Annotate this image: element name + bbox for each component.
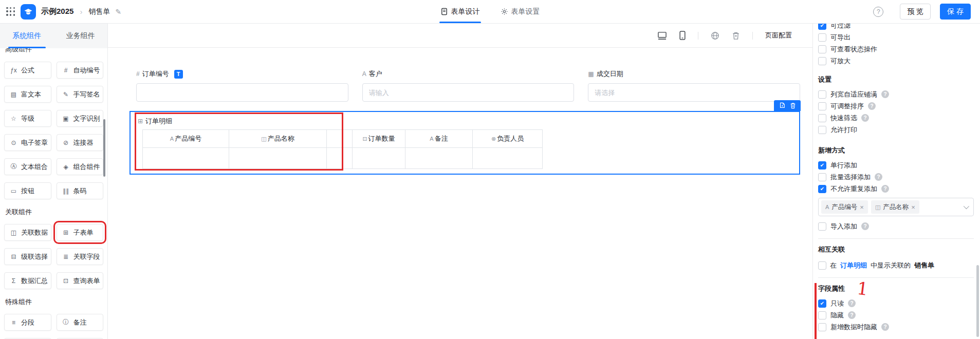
- checkbox-可放大[interactable]: [818, 57, 826, 65]
- help-icon[interactable]: ?: [881, 185, 889, 193]
- help-icon[interactable]: ?: [848, 311, 856, 319]
- component-button-按钮[interactable]: ▭按钮: [4, 182, 51, 199]
- component-button-手写签名[interactable]: ✎手写签名: [57, 86, 104, 103]
- chevron-down-icon[interactable]: [964, 203, 969, 209]
- checkbox-隐藏[interactable]: [818, 311, 826, 319]
- checkbox-可查看状态操作[interactable]: [818, 45, 826, 53]
- checkbox-新增数据时隐藏[interactable]: [818, 323, 826, 331]
- form-field-订单编号[interactable]: #订单编号T: [136, 69, 348, 102]
- subform-column-产品编号[interactable]: A产品编号: [143, 130, 229, 148]
- subform-column-备注[interactable]: A备注: [405, 130, 473, 148]
- component-button-查询表单[interactable]: ⊡查询表单: [57, 272, 104, 289]
- checkbox-可调整排序[interactable]: [818, 102, 826, 110]
- help-icon[interactable]: ?: [861, 222, 869, 230]
- desktop-view-icon[interactable]: [657, 31, 667, 40]
- tab-form-settings[interactable]: 表单设置: [501, 0, 540, 23]
- component-sidebar: 系统组件 业务组件 高级组件ƒx公式#自动编号▤富文本✎手写签名☆等级▣文字识别…: [0, 24, 108, 339]
- help-icon[interactable]: ?: [881, 90, 889, 98]
- component-button-连接器[interactable]: ⊘连接器: [57, 134, 104, 151]
- component-icon: ◫: [10, 229, 17, 236]
- help-icon[interactable]: ?: [873, 7, 883, 17]
- checkbox-可导出[interactable]: [818, 33, 826, 42]
- remove-tag-icon[interactable]: ×: [860, 203, 864, 211]
- component-icon: ⓘ: [62, 318, 70, 327]
- component-button-组合组件[interactable]: ◈组合组件: [57, 158, 104, 175]
- page-config-button[interactable]: 页面配置: [765, 31, 792, 40]
- trash-icon[interactable]: [732, 31, 740, 40]
- field-input[interactable]: [588, 83, 800, 102]
- help-icon[interactable]: ?: [868, 102, 876, 110]
- component-button-子表单[interactable]: ⊞子表单: [57, 224, 104, 241]
- component-button-富文本[interactable]: ▤富文本: [4, 86, 51, 103]
- subform-column-产品名称[interactable]: ◫产品名称: [229, 130, 327, 148]
- mobile-view-icon[interactable]: [679, 31, 686, 40]
- remove-tag-icon[interactable]: ×: [911, 203, 915, 211]
- help-icon[interactable]: ?: [848, 299, 856, 307]
- app-grid-icon[interactable]: [6, 7, 15, 16]
- form-field-成交日期[interactable]: ▦成交日期: [588, 69, 800, 102]
- component-button-文字识别[interactable]: ▣文字识别: [57, 110, 104, 127]
- component-button-备注[interactable]: ⓘ备注: [57, 314, 104, 331]
- component-button-电子签章[interactable]: ⊙电子签章: [4, 134, 51, 151]
- checkbox-不允许重复添加[interactable]: ✔: [818, 185, 826, 193]
- checkbox-允许打印[interactable]: [818, 126, 826, 134]
- delete-icon[interactable]: [790, 102, 796, 109]
- subform-cell[interactable]: [229, 148, 327, 169]
- app-logo[interactable]: [21, 4, 36, 20]
- checkbox-快速筛选[interactable]: [818, 114, 826, 122]
- subform-column-负责人员[interactable]: ⊗负责人员: [473, 130, 543, 148]
- component-button-文本组合[interactable]: Ⓐ文本组合: [4, 158, 51, 175]
- tab-business-components[interactable]: 业务组件: [54, 24, 108, 48]
- component-button-数据汇总[interactable]: Σ数据汇总: [4, 272, 51, 289]
- component-button-关联数据[interactable]: ◫关联数据: [4, 224, 51, 241]
- save-button[interactable]: 保 存: [940, 4, 971, 20]
- duplicate-icon[interactable]: [779, 102, 785, 109]
- field-input[interactable]: [362, 83, 575, 102]
- subform-cell[interactable]: [353, 148, 405, 169]
- panel-divider: [818, 238, 974, 239]
- checkbox-relation[interactable]: [818, 261, 826, 270]
- selected-field-tag-产品编号[interactable]: A产品编号×: [821, 200, 868, 214]
- subform-component-selected[interactable]: ⊞ 订单明细 A产品编号◫产品名称⊡订单数量A备注⊗负责人员: [130, 111, 800, 175]
- component-button-级联选择[interactable]: ⊟级联选择: [4, 248, 51, 265]
- help-icon[interactable]: ?: [881, 323, 889, 331]
- subform-cell[interactable]: [327, 148, 353, 169]
- help-icon[interactable]: ?: [861, 114, 869, 122]
- relation-subform-link[interactable]: 订单明细: [840, 261, 867, 270]
- checkbox-列宽自适应铺满[interactable]: [818, 90, 826, 99]
- help-icon[interactable]: ?: [875, 173, 882, 181]
- checkbox-只读[interactable]: ✔: [818, 299, 826, 308]
- dedupe-fields-select[interactable]: A产品编号×◫产品名称×: [818, 198, 974, 216]
- component-button-等级[interactable]: ☆等级: [4, 110, 51, 127]
- subform-cell[interactable]: [143, 148, 229, 169]
- tag-label: 产品编号: [831, 203, 857, 212]
- edit-form-name-icon[interactable]: ✎: [115, 8, 121, 16]
- checkbox-导入添加[interactable]: [818, 222, 826, 231]
- preview-button[interactable]: 预 览: [900, 4, 931, 20]
- globe-icon[interactable]: [711, 31, 719, 40]
- component-button-公式[interactable]: ƒx公式: [4, 62, 51, 79]
- selected-field-tag-产品名称[interactable]: ◫产品名称×: [871, 200, 919, 214]
- component-button-关联字段[interactable]: ≣关联字段: [57, 248, 104, 265]
- component-button-自动编号[interactable]: #自动编号: [57, 62, 104, 79]
- subform-cell[interactable]: [405, 148, 473, 169]
- field-input[interactable]: [136, 83, 348, 102]
- sidebar-tabs: 系统组件 业务组件: [0, 24, 107, 48]
- sidebar-scrollbar[interactable]: [103, 119, 105, 177]
- component-button-分段[interactable]: ≡分段: [4, 314, 51, 331]
- app-name[interactable]: 示例2025: [41, 7, 73, 16]
- tab-system-components[interactable]: 系统组件: [0, 24, 54, 48]
- checkbox-可过滤[interactable]: ✔: [818, 24, 826, 30]
- subform-column-empty[interactable]: [327, 130, 353, 148]
- checkbox-单行添加[interactable]: ✔: [818, 161, 826, 170]
- field-type-icon: A: [362, 70, 366, 78]
- tab-form-design[interactable]: 表单设计: [440, 0, 480, 23]
- subform-cell[interactable]: [473, 148, 543, 169]
- form-field-客户[interactable]: A客户: [362, 69, 575, 102]
- component-button-条码[interactable]: ∥∥条码: [57, 182, 104, 199]
- checkbox-批量选择添加[interactable]: [818, 173, 826, 181]
- form-name[interactable]: 销售单: [88, 7, 110, 16]
- subform-column-订单数量[interactable]: ⊡订单数量: [353, 130, 405, 148]
- panel-scrollbar[interactable]: [976, 265, 979, 337]
- checkbox-label: 允许打印: [830, 125, 857, 135]
